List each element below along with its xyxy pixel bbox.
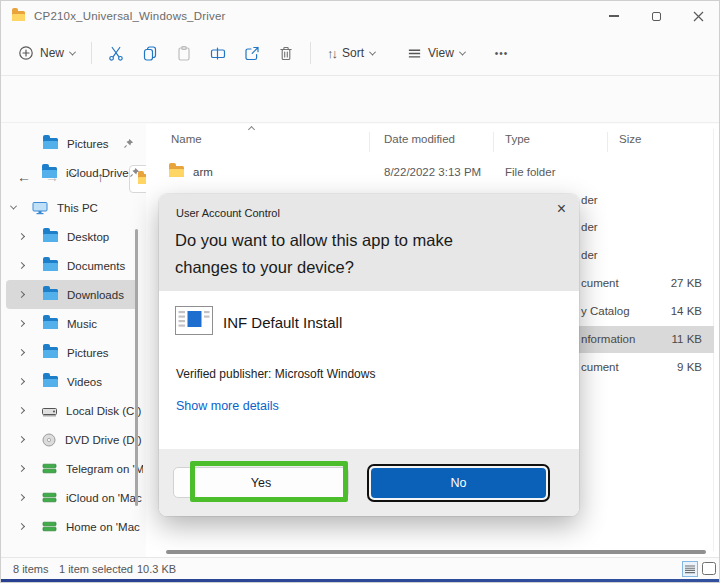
rename-button[interactable] [201, 36, 235, 70]
view-lines-icon [407, 46, 422, 61]
uac-publisher: Verified publisher: Microsoft Windows [176, 367, 375, 381]
share-button[interactable] [235, 36, 269, 70]
column-header-name[interactable]: Name [171, 133, 202, 145]
window-title: CP210x_Universal_Windows_Driver [34, 10, 226, 22]
status-bar: 8 items 1 item selected 10.3 KB [1, 557, 719, 579]
sort-ascending-icon [248, 126, 255, 133]
file-row-partial[interactable]: der [579, 187, 714, 214]
sidebar-item-pictures-2[interactable]: Pictures [6, 338, 138, 367]
column-header-size[interactable]: Size [619, 133, 641, 145]
close-button[interactable] [677, 1, 719, 31]
chevron-right-icon[interactable] [18, 291, 25, 298]
sidebar-item-videos[interactable]: Videos [6, 367, 138, 396]
ellipsis-icon: ••• [495, 48, 509, 59]
close-icon[interactable]: × [557, 200, 566, 218]
thumbnail-view-button[interactable] [702, 562, 716, 575]
sidebar-item-telegram[interactable]: Telegram on 'M [6, 454, 138, 483]
chevron-down-icon [369, 48, 376, 55]
sidebar-item-pictures[interactable]: Pictures [6, 129, 138, 158]
uac-app-name: INF Default Install [223, 314, 342, 331]
window-controls [593, 1, 719, 31]
command-bar: New ↑↓ Sort View [1, 31, 719, 76]
uac-footer: Yes No [159, 449, 579, 516]
chevron-down-icon [459, 48, 466, 55]
chevron-right-icon[interactable] [18, 436, 25, 443]
column-divider[interactable] [607, 132, 608, 152]
file-row-arm[interactable]: arm 8/22/2022 3:13 PM File folder [146, 159, 711, 186]
sidebar-item-music[interactable]: Music [6, 309, 138, 338]
sidebar-item-icloud-mac[interactable]: iCloud on 'Mac [6, 483, 138, 512]
close-icon [693, 11, 704, 22]
folder-icon [43, 289, 58, 300]
cut-button[interactable] [99, 36, 133, 70]
file-row-partial[interactable]: cument 27 KB [579, 270, 714, 297]
file-row-partial-selected[interactable]: nformation 11 KB [579, 326, 714, 353]
divider [310, 42, 311, 64]
sidebar-item-documents[interactable]: Documents [6, 251, 138, 280]
file-row-partial[interactable]: cument 9 KB [579, 354, 714, 381]
chevron-right-icon[interactable] [18, 523, 25, 530]
uac-dialog: User Account Control × Do you want to al… [159, 194, 579, 516]
cut-icon [108, 45, 124, 62]
chevron-right-icon[interactable] [18, 233, 25, 240]
show-more-details-link[interactable]: Show more details [176, 399, 279, 413]
selection-size: 10.3 KB [137, 563, 176, 575]
chevron-down-icon[interactable] [10, 203, 17, 210]
view-button[interactable]: View [398, 36, 474, 70]
network-drive-icon [42, 491, 57, 504]
sort-button[interactable]: ↑↓ Sort [318, 36, 384, 70]
sidebar-item-home-mac[interactable]: Home on 'Mac [6, 512, 138, 541]
uac-title: User Account Control [176, 207, 280, 219]
network-drive-icon [42, 462, 57, 475]
column-divider[interactable] [493, 132, 494, 152]
details-view-button[interactable] [682, 561, 698, 577]
network-drive-icon [42, 520, 57, 533]
items-count: 8 items [13, 563, 48, 575]
computer-icon [32, 201, 48, 215]
column-header-type[interactable]: Type [505, 133, 530, 145]
bottom-edge [1, 579, 719, 582]
see-more-button[interactable]: ••• [486, 36, 518, 70]
pin-icon [129, 167, 140, 178]
folder-icon [43, 376, 58, 387]
chevron-right-icon[interactable] [18, 262, 25, 269]
sidebar-scrollbar[interactable] [135, 229, 138, 506]
sidebar-item-dvd-drive-d[interactable]: DVD Drive (D:) · [6, 425, 138, 454]
folder-icon [43, 347, 58, 358]
copy-icon [142, 45, 158, 62]
folder-icon [43, 318, 58, 329]
dvd-icon [42, 433, 56, 447]
chevron-right-icon[interactable] [18, 320, 25, 327]
sidebar-item-desktop[interactable]: Desktop [6, 222, 138, 251]
minimize-button[interactable] [593, 1, 635, 31]
file-explorer-window: CP210x_Universal_Windows_Driver New [0, 0, 720, 583]
chevron-right-icon[interactable] [18, 494, 25, 501]
delete-button[interactable] [269, 36, 303, 70]
file-row-partial[interactable]: der [579, 242, 714, 269]
folder-icon [12, 11, 25, 21]
chevron-down-icon [69, 48, 76, 55]
sidebar-item-this-pc[interactable]: This PC [6, 193, 138, 222]
folder-icon [43, 138, 58, 149]
paste-button[interactable] [167, 36, 201, 70]
column-header-date-modified[interactable]: Date modified [384, 133, 455, 145]
file-row-partial[interactable]: der [579, 214, 714, 241]
sidebar-item-local-disk-c[interactable]: Local Disk (C:) [6, 396, 138, 425]
navigation-pane: Pictures iCloud Drive This PC Desktop Do… [1, 129, 143, 557]
no-button[interactable]: No [371, 468, 546, 498]
copy-button[interactable] [133, 36, 167, 70]
chevron-right-icon[interactable] [18, 378, 25, 385]
file-row-partial[interactable]: y Catalog 14 KB [579, 298, 714, 325]
horizontal-scrollbar[interactable] [166, 550, 706, 554]
maximize-icon [652, 12, 661, 21]
chevron-right-icon[interactable] [18, 465, 25, 472]
maximize-button[interactable] [635, 1, 677, 31]
chevron-right-icon[interactable] [18, 407, 25, 414]
new-button[interactable]: New [9, 36, 84, 70]
column-divider[interactable] [369, 132, 370, 152]
sidebar-item-icloud-drive[interactable]: iCloud Drive [6, 158, 138, 187]
sidebar-item-downloads[interactable]: Downloads [6, 280, 138, 309]
paste-icon [176, 45, 192, 62]
yes-button[interactable]: Yes [173, 467, 349, 498]
chevron-right-icon[interactable] [18, 349, 25, 356]
